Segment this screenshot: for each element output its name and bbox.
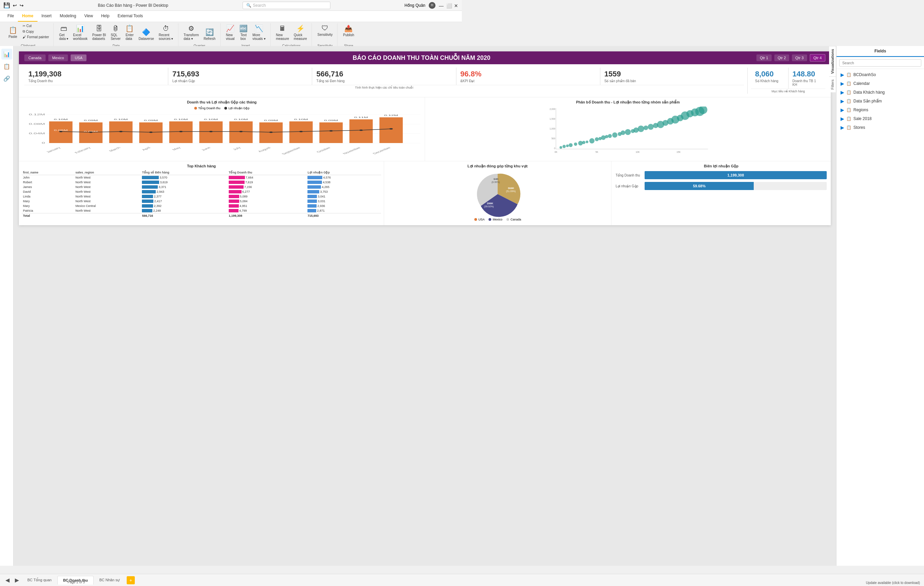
tab-insert[interactable]: Insert — [38, 11, 56, 22]
undo-icon[interactable]: ↩ — [13, 3, 17, 8]
more-visuals-button[interactable]: 📉 Morevisuals ▾ — [250, 23, 267, 41]
redo-icon[interactable]: ↪ — [20, 3, 24, 8]
publish-button[interactable]: 📤 Publish — [341, 23, 356, 38]
table-row: Linda North West 2,377 5,089 3,041 — [21, 194, 381, 199]
svg-text:0.11M: 0.11M — [354, 116, 368, 118]
sql-server-button[interactable]: 🛢 SQLServer — [109, 24, 123, 41]
usa-button[interactable]: USA — [71, 55, 86, 61]
get-data-icon: 🗃 — [61, 25, 67, 33]
group-data: 🗃 Getdata ▾ 📊 Excelworkbook 🗄 Power BIda… — [54, 23, 178, 48]
table-panel: Top Khách hàng first_name sales_region T… — [19, 161, 384, 225]
dataverse-button[interactable]: 🔷 Dataverse — [137, 27, 156, 41]
sql-icon: 🛢 — [112, 25, 119, 33]
svg-text:0.09M: 0.09M — [324, 119, 338, 121]
kpi-row: 1,199,308 Tổng Doanh thu 715,693 Lợi nhu… — [19, 64, 462, 98]
format-painter-button[interactable]: 🖌 Format painter — [21, 35, 51, 40]
close-button[interactable]: ✕ — [454, 3, 459, 8]
svg-text:May: May — [171, 146, 182, 151]
user-name: Hồng Quân — [404, 3, 425, 8]
svg-point-34 — [59, 131, 63, 132]
col-orders: Tổng số Đơn hàng — [140, 170, 228, 175]
group-calculations: 🖩 Newmeasure ⚡ Quickmeasure Calculations — [271, 23, 312, 48]
col-revenue: Tổng Doanh thu — [228, 170, 306, 175]
svg-text:0.10M: 0.10M — [234, 118, 248, 120]
text-box-button[interactable]: 🔤 Textbox — [237, 23, 250, 41]
canada-button[interactable]: Canada — [24, 55, 46, 61]
quick-measure-button[interactable]: ⚡ Quickmeasure — [292, 23, 309, 41]
kpi-gross-profit-label: Lợi nhuận Gộp — [172, 79, 308, 83]
minimize-button[interactable]: — — [439, 3, 444, 8]
recent-sources-button[interactable]: ⏱ Recentsources ▾ — [157, 24, 175, 41]
bar-chart-svg: 0.12M 0.08M 0.04M 0 0.10M 0.06M 0.09M 0.… — [21, 111, 422, 155]
report-title: BÁO CÁO DOANH THU TOÀN CHUỖI NĂM 2020 — [89, 54, 462, 61]
sidebar-report-icon[interactable]: 📊 — [2, 49, 12, 60]
legend-revenue: Tổng Doanh thu — [194, 106, 221, 110]
tab-file[interactable]: File — [3, 11, 18, 22]
total-profit: 715,693 — [306, 214, 381, 219]
table-row: John North West 3,570 7,664 4,576 — [21, 175, 381, 180]
table-total-row: Total 566,716 1,199,308 715,693 — [21, 214, 381, 219]
dataverse-label: Dataverse — [139, 37, 154, 41]
tab-home[interactable]: Home — [18, 11, 37, 22]
svg-point-40 — [239, 131, 243, 132]
title-bar: 💾 ↩ ↪ Báo Cáo Bán hàng - Power BI Deskto… — [0, 0, 462, 11]
table-row: Mary North West 2,417 5,084 3,031 — [21, 199, 381, 204]
tab-modeling[interactable]: Modeling — [56, 11, 81, 22]
svg-text:0.12M: 0.12M — [29, 113, 45, 116]
sidebar-table-icon[interactable]: 📋 — [2, 61, 12, 72]
col-first-name: first_name — [21, 170, 74, 175]
svg-text:0.09M: 0.09M — [264, 119, 278, 121]
svg-text:October: October — [315, 146, 332, 153]
sensitivity-icon: 🛡 — [322, 24, 328, 32]
tab-external-tools[interactable]: External Tools — [114, 11, 147, 22]
tab-view[interactable]: View — [80, 11, 97, 22]
col-sales-region: sales_region — [74, 170, 140, 175]
save-icon[interactable]: 💾 — [3, 2, 10, 8]
bar-chart-legend: Tổng Doanh thu Lợi nhuận Gộp — [21, 106, 422, 110]
svg-point-43 — [329, 130, 333, 132]
paste-button[interactable]: 📋 Paste — [5, 25, 20, 40]
share-items: 📤 Publish — [341, 23, 356, 38]
text-box-label: Textbox — [241, 33, 247, 41]
transform-icon: ⚙ — [188, 24, 194, 33]
svg-text:0.12M: 0.12M — [384, 114, 398, 116]
kpi-total-revenue-value: 1,199,308 — [28, 70, 164, 78]
legend-profit-dot — [224, 107, 227, 109]
svg-point-36 — [119, 131, 123, 132]
kpi-items: 1,199,308 Tổng Doanh thu 715,693 Lợi nhu… — [24, 68, 462, 85]
clipboard-items: 📋 Paste ✂ Cut ⧉ Copy 🖌 Format painter — [5, 23, 51, 40]
svg-point-42 — [299, 131, 303, 132]
total-label: Total — [21, 214, 140, 219]
search-bar[interactable]: 🔍 Search — [243, 2, 330, 9]
svg-point-39 — [209, 131, 213, 132]
sidebar-model-icon[interactable]: 🔗 — [2, 73, 12, 84]
enter-data-button[interactable]: 📋 Enterdata — [123, 23, 136, 41]
scatter-chart-svg: 2,000 1,500 1,000 500 0 0K 5K 10K 15K — [428, 106, 462, 157]
kpi-total-orders: 566,716 Tổng số Đơn hàng — [312, 68, 456, 85]
charts-area: Doanh thu và Lợi nhuận Gộp các tháng Tổn… — [19, 98, 462, 161]
pie-container: 366K (51.09%) 286K (39.92%) 64K (8.99%) — [387, 171, 462, 218]
get-data-button[interactable]: 🗃 Getdata ▾ — [57, 24, 70, 41]
group-queries: ⚙ Transformdata ▾ 🔄 Refresh Queries — [179, 23, 221, 48]
user-avatar: H — [429, 2, 436, 9]
calc-items: 🖩 Newmeasure ⚡ Quickmeasure — [274, 23, 309, 41]
transform-data-button[interactable]: ⚙ Transformdata ▾ — [182, 23, 201, 41]
cut-button[interactable]: ✂ Cut — [21, 23, 51, 28]
maximize-button[interactable]: ⬜ — [446, 3, 451, 8]
kpi-gross-profit-value: 715,693 — [172, 70, 308, 78]
svg-text:December: December — [371, 146, 392, 154]
copy-button[interactable]: ⧉ Copy — [21, 29, 51, 34]
new-measure-button[interactable]: 🖩 Newmeasure — [274, 24, 291, 41]
mexico-button[interactable]: Mexico — [48, 55, 68, 61]
tab-help[interactable]: Help — [97, 11, 114, 22]
new-visual-button[interactable]: 📈 Newvisual — [224, 23, 237, 41]
clipboard-vert: ✂ Cut ⧉ Copy 🖌 Format painter — [21, 23, 51, 40]
report-canvas: Canada Mexico USA BÁO CÁO DOANH THU TOÀN… — [19, 51, 462, 225]
svg-point-38 — [180, 131, 183, 132]
new-visual-icon: 📈 — [226, 24, 234, 33]
sensitivity-button[interactable]: 🛡 Sensitivity — [315, 23, 335, 38]
svg-point-35 — [89, 132, 92, 133]
powerbi-datasets-button[interactable]: 🗄 Power BIdatasets — [90, 24, 108, 41]
excel-button[interactable]: 📊 Excelworkbook — [71, 23, 89, 41]
refresh-button[interactable]: 🔄 Refresh — [202, 27, 218, 41]
